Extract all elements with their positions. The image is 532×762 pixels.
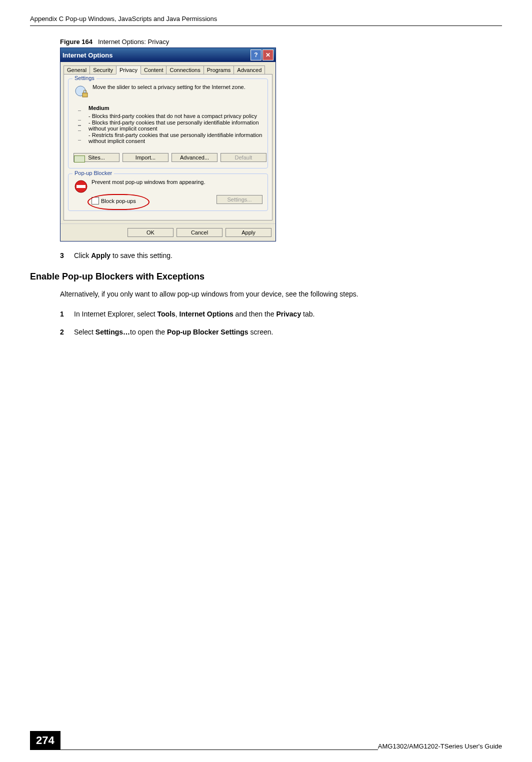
tab-advanced[interactable]: Advanced xyxy=(234,66,265,74)
globe-lock-icon xyxy=(74,84,90,100)
tab-programs[interactable]: Programs xyxy=(204,66,234,74)
step-bold: Tools xyxy=(158,310,176,318)
page-footer: 274 AMG1302/AMG1202-TSeries User's Guide xyxy=(30,731,502,750)
running-header: Appendix C Pop-up Windows, JavaScripts a… xyxy=(30,15,502,26)
step-number: 3 xyxy=(60,252,74,260)
privacy-slider[interactable] xyxy=(74,102,86,145)
privacy-level: Medium xyxy=(88,105,262,111)
default-button: Default xyxy=(220,153,266,162)
tab-content[interactable]: Content xyxy=(140,66,167,74)
step-text: to save this setting. xyxy=(110,252,172,260)
settings-group: Settings Move the slider to select a pri… xyxy=(68,78,268,168)
dialog-screenshot: Internet Options ? ✕ General Security Pr… xyxy=(60,48,502,242)
popup-settings-button: Settings... xyxy=(216,195,262,204)
step-text: Click xyxy=(74,252,91,260)
step-text: and then the xyxy=(234,310,276,318)
step-bold: Settings… xyxy=(96,328,130,336)
step-3: 3 Click Apply to save this setting. xyxy=(60,252,502,260)
section-heading: Enable Pop-up Blockers with Exceptions xyxy=(30,272,502,282)
step-text: screen. xyxy=(248,328,274,336)
step-text: tab. xyxy=(301,310,314,318)
close-icon[interactable]: ✕ xyxy=(262,50,274,60)
step-text: Select xyxy=(74,328,96,336)
privacy-bullet: - Blocks third-party cookies that use pe… xyxy=(88,120,262,132)
popup-blocker-group: Pop-up Blocker Prevent most pop-up windo… xyxy=(68,174,268,211)
popup-intro: Prevent most pop-up windows from appeari… xyxy=(92,179,262,185)
svg-rect-1 xyxy=(82,93,88,97)
figure-caption: Figure 164 Internet Options: Privacy xyxy=(60,38,502,46)
ok-button[interactable]: OK xyxy=(128,228,174,237)
settings-intro: Move the slider to select a privacy sett… xyxy=(92,84,262,90)
tab-panel-privacy: Settings Move the slider to select a pri… xyxy=(64,74,272,220)
privacy-bullet: - Restricts first-party cookies that use… xyxy=(88,132,262,144)
tab-connections[interactable]: Connections xyxy=(166,66,204,74)
dialog-titlebar: Internet Options ? ✕ xyxy=(60,48,276,62)
step-text: , xyxy=(176,310,180,318)
import-button[interactable]: Import... xyxy=(122,153,168,162)
popup-group-label: Pop-up Blocker xyxy=(72,170,114,176)
dialog-title: Internet Options xyxy=(62,52,112,59)
dialog-button-row: OK Cancel Apply xyxy=(60,224,276,241)
step-bold: Pop-up Blocker Settings xyxy=(167,328,248,336)
section-paragraph: Alternatively, if you only want to allow… xyxy=(60,290,502,298)
step-1: 1 In Internet Explorer, select Tools, In… xyxy=(60,310,502,318)
footer-guide: AMG1302/AMG1202-TSeries User's Guide xyxy=(378,742,502,750)
help-icon[interactable]: ? xyxy=(250,50,262,60)
step-bold: Internet Options xyxy=(180,310,234,318)
tab-security[interactable]: Security xyxy=(90,66,116,74)
tab-general[interactable]: General xyxy=(64,66,90,74)
step-text: to open the xyxy=(130,328,167,336)
tab-privacy[interactable]: Privacy xyxy=(116,66,141,74)
figure-title: Internet Options: Privacy xyxy=(98,38,169,46)
no-entry-icon xyxy=(74,179,88,194)
settings-group-label: Settings xyxy=(72,75,96,81)
tab-strip: General Security Privacy Content Connect… xyxy=(60,62,276,74)
privacy-bullet: - Blocks third-party cookies that do not… xyxy=(88,113,262,119)
cancel-button[interactable]: Cancel xyxy=(176,228,222,237)
step-2: 2 Select Settings…to open the Pop-up Blo… xyxy=(60,328,502,336)
step-number: 2 xyxy=(60,328,74,336)
slider-thumb-icon[interactable] xyxy=(74,156,85,162)
block-popups-checkbox[interactable]: Block pop-ups xyxy=(92,197,136,204)
figure-label: Figure 164 xyxy=(60,38,92,46)
step-bold: Apply xyxy=(91,252,110,260)
step-bold: Privacy xyxy=(276,310,301,318)
block-popups-label: Block pop-ups xyxy=(101,198,136,204)
checkbox-icon[interactable] xyxy=(92,197,99,204)
step-number: 1 xyxy=(60,310,74,318)
page-number: 274 xyxy=(30,731,60,750)
svg-rect-3 xyxy=(76,185,86,188)
advanced-button[interactable]: Advanced... xyxy=(172,153,218,162)
apply-button[interactable]: Apply xyxy=(226,228,272,237)
step-text: In Internet Explorer, select xyxy=(74,310,158,318)
internet-options-dialog: Internet Options ? ✕ General Security Pr… xyxy=(60,48,276,242)
